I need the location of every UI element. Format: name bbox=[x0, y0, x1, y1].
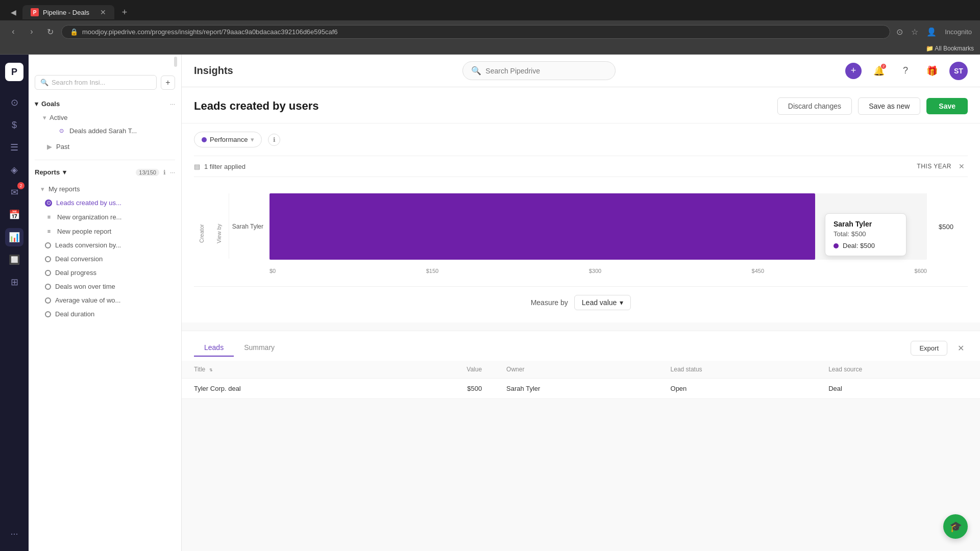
report-header: Leads created by users Discard changes S… bbox=[182, 87, 980, 123]
creator-label: Creator bbox=[194, 193, 209, 274]
col-owner[interactable]: Owner bbox=[494, 361, 658, 379]
filter-year-area: THIS YEAR ✕ bbox=[917, 160, 968, 172]
tooltip-deal-item: Deal: $500 bbox=[834, 242, 898, 249]
reports-title[interactable]: Reports ▾ bbox=[35, 168, 66, 176]
table-close-btn[interactable]: ✕ bbox=[953, 341, 968, 355]
cell-status: Open bbox=[658, 379, 817, 399]
sidebar-item-my-reports-header[interactable]: ▾ My reports bbox=[35, 182, 175, 196]
report-title: Leads created by users bbox=[194, 99, 319, 113]
sidebar-item-deals-won[interactable]: Deals won over time bbox=[35, 280, 175, 293]
x-label-300: $300 bbox=[589, 268, 601, 274]
chart-section: Performance ▾ ℹ ▤ 1 filter applied THIS … bbox=[182, 123, 980, 322]
address-bar[interactable]: 🔒 moodjoy.pipedrive.com/progress/insight… bbox=[61, 25, 890, 39]
forward-btn[interactable]: › bbox=[24, 24, 39, 39]
discard-changes-btn[interactable]: Discard changes bbox=[777, 97, 852, 115]
nav-contacts-icon[interactable]: $ bbox=[5, 116, 23, 134]
nav-pipeline-icon[interactable]: ☰ bbox=[5, 138, 23, 157]
cast-icon[interactable]: ⊙ bbox=[894, 25, 905, 39]
sidebar-item-deal-progress[interactable]: Deal progress bbox=[35, 266, 175, 280]
col-value[interactable]: Value bbox=[382, 361, 494, 379]
nav-home-icon[interactable]: ⊙ bbox=[5, 93, 23, 112]
tooltip-total: Total: $500 bbox=[834, 230, 898, 238]
search-placeholder-text: Search from Insi... bbox=[52, 79, 105, 86]
main-content: Insights 🔍 + 🔔 2 ? 🎁 ST Leads created by… bbox=[182, 55, 980, 551]
nav-leads-icon[interactable]: ◈ bbox=[5, 161, 23, 179]
tab-back-btn[interactable]: ◀ bbox=[6, 5, 20, 19]
sidebar-item-avg-value[interactable]: Average value of wo... bbox=[35, 293, 175, 307]
sidebar-item-leads-conversion[interactable]: Leads conversion by... bbox=[35, 238, 175, 252]
bookmark-icon[interactable]: ☆ bbox=[909, 25, 920, 39]
active-subsection-header[interactable]: ▾ Active bbox=[39, 112, 169, 123]
search-icon: 🔍 bbox=[40, 79, 48, 86]
help-btn[interactable]: ? bbox=[896, 62, 915, 80]
profile-icon[interactable]: 👤 bbox=[924, 25, 939, 39]
deals-won-icon bbox=[45, 284, 51, 290]
col-lead-status[interactable]: Lead status bbox=[658, 361, 817, 379]
tab-summary[interactable]: Summary bbox=[234, 339, 285, 357]
cell-title: Tyler Corp. deal bbox=[182, 379, 382, 399]
goals-actions-icon[interactable]: ··· bbox=[170, 101, 175, 108]
notifications-btn[interactable]: 🔔 2 bbox=[870, 62, 888, 80]
sidebar-item-past[interactable]: ▶ Past bbox=[35, 140, 175, 154]
lock-icon: 🔒 bbox=[70, 28, 78, 36]
col-title[interactable]: Title ⇅ bbox=[182, 361, 382, 379]
nav-more-icon[interactable]: ··· bbox=[5, 524, 23, 543]
app-logo[interactable]: P bbox=[5, 63, 23, 81]
sidebar-item-leads-created[interactable]: ⊙ Leads created by us... bbox=[35, 196, 175, 210]
save-as-new-btn[interactable]: Save as new bbox=[858, 97, 920, 115]
tab-title: Pipeline - Deals bbox=[43, 9, 89, 16]
measure-dropdown-btn[interactable]: Lead value ▾ bbox=[574, 295, 631, 310]
gift-btn[interactable]: 🎁 bbox=[923, 62, 941, 80]
filter-year-close-btn[interactable]: ✕ bbox=[955, 160, 968, 172]
refresh-btn[interactable]: ↻ bbox=[43, 24, 57, 39]
nav-calendar-icon[interactable]: 📅 bbox=[5, 206, 23, 224]
sidebar-add-btn[interactable]: + bbox=[161, 76, 175, 90]
report-area: Leads created by users Discard changes S… bbox=[182, 87, 980, 551]
sidebar-item-deal-duration[interactable]: Deal duration bbox=[35, 307, 175, 321]
chart-info-btn[interactable]: ℹ bbox=[268, 134, 280, 146]
sidebar-item-deal-conversion[interactable]: Deal conversion bbox=[35, 252, 175, 266]
nav-integrations-icon[interactable]: 🔲 bbox=[5, 251, 23, 269]
header-search[interactable]: 🔍 bbox=[462, 61, 616, 80]
sidebar-item-new-people[interactable]: ≡ New people report bbox=[35, 224, 175, 238]
help-chat-btn[interactable]: 🎓 bbox=[943, 514, 968, 539]
save-btn[interactable]: Save bbox=[926, 98, 968, 114]
active-tab[interactable]: P Pipeline - Deals ✕ bbox=[22, 5, 114, 19]
reports-section-header: Reports ▾ 13/150 ℹ ··· bbox=[29, 164, 181, 178]
reports-info-icon[interactable]: ℹ bbox=[163, 169, 166, 176]
active-subsection: ▾ Active ⊙ Deals added Sarah T... bbox=[35, 110, 175, 140]
export-btn[interactable]: Export bbox=[911, 341, 947, 356]
performance-btn[interactable]: Performance ▾ bbox=[194, 132, 262, 147]
nav-insights-icon[interactable]: 📊 bbox=[5, 228, 23, 246]
col-lead-source[interactable]: Lead source bbox=[816, 361, 980, 379]
nav-reports-icon[interactable]: ⊞ bbox=[5, 273, 23, 291]
chart-right-space bbox=[927, 193, 968, 274]
deals-added-label: Deals added Sarah T... bbox=[69, 127, 137, 135]
back-btn[interactable]: ‹ bbox=[6, 24, 20, 39]
sidebar-search-input[interactable]: 🔍 Search from Insi... bbox=[35, 75, 157, 90]
app-header: Insights 🔍 + 🔔 2 ? 🎁 ST bbox=[182, 55, 980, 87]
reports-more-icon[interactable]: ··· bbox=[170, 169, 175, 176]
tab-leads[interactable]: Leads bbox=[194, 339, 234, 357]
sidebar-item-deals-added[interactable]: ⊙ Deals added Sarah T... bbox=[39, 123, 169, 138]
table-row[interactable]: Tyler Corp. deal $500 Sarah Tyler Open D… bbox=[182, 379, 980, 399]
table-body: Tyler Corp. deal $500 Sarah Tyler Open D… bbox=[182, 379, 980, 399]
chart-label-sarah: Sarah Tyler bbox=[229, 223, 270, 230]
sidebar-item-new-org[interactable]: ≡ New organization re... bbox=[35, 210, 175, 224]
goals-section-header[interactable]: ▾ Goals ··· bbox=[35, 98, 175, 110]
new-tab-btn[interactable]: + bbox=[116, 4, 133, 20]
nav-mail-icon[interactable]: ✉ 2 bbox=[5, 183, 23, 202]
bookmarks-label: All Bookmarks bbox=[935, 45, 974, 52]
my-reports-section: ▾ My reports ⊙ Leads created by us... ≡ … bbox=[29, 178, 181, 323]
my-reports-chevron-icon: ▾ bbox=[41, 185, 44, 193]
tooltip-name: Sarah Tyler bbox=[834, 220, 898, 228]
tab-close-btn[interactable]: ✕ bbox=[100, 8, 106, 16]
goals-chevron-icon: ▾ bbox=[35, 100, 38, 108]
avg-value-label: Average value of wo... bbox=[55, 296, 120, 304]
url-text: moodjoy.pipedrive.com/progress/insights/… bbox=[82, 28, 338, 36]
app-title: Insights bbox=[194, 65, 233, 77]
tooltip-dot-icon bbox=[834, 243, 839, 248]
header-search-input[interactable] bbox=[485, 67, 607, 75]
user-avatar[interactable]: ST bbox=[949, 62, 968, 80]
add-btn[interactable]: + bbox=[845, 63, 862, 79]
